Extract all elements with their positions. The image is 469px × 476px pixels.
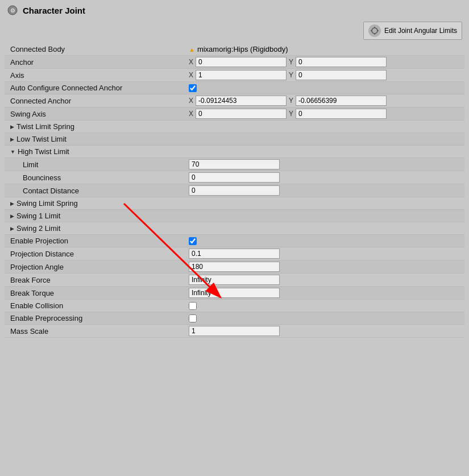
- projection-angle-label: Projection Angle: [7, 263, 189, 271]
- axis-y-label: Y: [289, 71, 293, 79]
- bounciness-row: Bounciness: [5, 171, 464, 184]
- svg-point-2: [372, 28, 377, 34]
- axis-value-col: X Y: [189, 70, 462, 80]
- twist-limit-spring-arrow: ▶: [10, 124, 14, 130]
- anchor-value-col: X Y: [189, 57, 462, 67]
- swing-2-limit-label[interactable]: ▶ Swing 2 Limit: [7, 224, 189, 233]
- low-twist-limit-label[interactable]: ▶ Low Twist Limit: [7, 135, 189, 143]
- enable-projection-label: Enable Projection: [7, 237, 189, 245]
- break-torque-input[interactable]: [189, 288, 280, 298]
- limit-input[interactable]: [189, 159, 280, 169]
- limit-label: Limit: [7, 160, 189, 169]
- mass-scale-input[interactable]: [189, 326, 280, 336]
- connected-anchor-row: Connected Anchor X Y: [5, 94, 464, 107]
- axis-x-input[interactable]: [196, 70, 287, 80]
- swing-2-limit-arrow: ▶: [10, 226, 14, 231]
- high-twist-limit-row: ▼ High Twist Limit: [5, 146, 464, 158]
- swing-limit-spring-label[interactable]: ▶ Swing Limit Spring: [7, 199, 189, 208]
- twist-limit-spring-row: ▶ Twist Limit Spring: [5, 121, 464, 133]
- axis-label: Axis: [7, 71, 189, 80]
- swing-limit-spring-row: ▶ Swing Limit Spring: [5, 197, 464, 210]
- swing-axis-x-group: X: [189, 109, 287, 119]
- enable-collision-label: Enable Collision: [7, 301, 189, 310]
- swing-axis-value-col: X Y: [189, 109, 462, 119]
- component-title: Character Joint: [23, 6, 85, 15]
- swing-1-limit-label[interactable]: ▶ Swing 1 Limit: [7, 212, 189, 220]
- connected-anchor-y-input[interactable]: [296, 96, 387, 106]
- component-icon: ⚙: [7, 5, 18, 16]
- low-twist-limit-row: ▶ Low Twist Limit: [5, 133, 464, 146]
- connected-anchor-x-input[interactable]: [196, 96, 287, 106]
- enable-collision-value-col: [189, 302, 462, 310]
- limit-value-col: [189, 159, 462, 169]
- anchor-y-input[interactable]: [296, 57, 387, 67]
- connected-anchor-y-group: Y: [289, 96, 387, 106]
- projection-angle-row: Projection Angle: [5, 260, 464, 274]
- top-bar: Edit Joint Angular Limits: [5, 22, 464, 40]
- mass-scale-label: Mass Scale: [7, 327, 189, 336]
- enable-projection-row: Enable Projection: [5, 235, 464, 247]
- projection-distance-input[interactable]: [189, 249, 280, 259]
- enable-preprocessing-checkbox[interactable]: [189, 314, 197, 322]
- contact-distance-row: Contact Distance: [5, 184, 464, 197]
- twist-limit-spring-label[interactable]: ▶ Twist Limit Spring: [7, 122, 189, 131]
- swing-1-limit-row: ▶ Swing 1 Limit: [5, 210, 464, 222]
- mass-scale-value-col: [189, 326, 462, 336]
- break-force-input[interactable]: [189, 275, 280, 285]
- swing-axis-y-input[interactable]: [296, 109, 387, 119]
- anchor-row: Anchor X Y: [5, 56, 464, 69]
- break-torque-label: Break Torque: [7, 289, 189, 297]
- axis-x-group: X: [189, 70, 287, 80]
- break-torque-row: Break Torque: [5, 287, 464, 300]
- bounciness-value-col: [189, 172, 462, 183]
- axis-y-input[interactable]: [296, 70, 387, 80]
- swing-2-limit-row: ▶ Swing 2 Limit: [5, 222, 464, 235]
- anchor-x-input[interactable]: [196, 57, 287, 67]
- axis-row: Axis X Y: [5, 69, 464, 82]
- contact-distance-input[interactable]: [189, 185, 280, 196]
- connected-anchor-x-label: X: [189, 97, 193, 105]
- swing-axis-label: Swing Axis: [7, 110, 189, 118]
- anchor-x-label: X: [189, 58, 193, 66]
- component-header: ⚙ Character Joint: [5, 5, 464, 16]
- bounciness-label: Bounciness: [7, 173, 189, 182]
- projection-distance-row: Projection Distance: [5, 247, 464, 260]
- anchor-label: Anchor: [7, 58, 189, 67]
- auto-configure-checkbox[interactable]: [189, 84, 197, 92]
- break-force-row: Break Force: [5, 274, 464, 287]
- axis-x-label: X: [189, 71, 193, 79]
- connected-anchor-label: Connected Anchor: [7, 97, 189, 105]
- rigidbody-icon: ▲: [189, 46, 195, 53]
- high-twist-limit-arrow: ▼: [10, 149, 15, 155]
- projection-angle-value-col: [189, 262, 462, 272]
- svg-text:⚙: ⚙: [10, 7, 15, 14]
- projection-distance-value-col: [189, 249, 462, 259]
- edit-joint-button[interactable]: Edit Joint Angular Limits: [363, 22, 462, 40]
- break-force-label: Break Force: [7, 276, 189, 284]
- bounciness-input[interactable]: [189, 172, 280, 183]
- mass-scale-row: Mass Scale: [5, 325, 464, 338]
- enable-preprocessing-row: Enable Preprocessing: [5, 312, 464, 325]
- swing-axis-x-label: X: [189, 110, 193, 118]
- swing-axis-y-group: Y: [289, 109, 387, 119]
- enable-projection-checkbox[interactable]: [189, 237, 197, 245]
- high-twist-limit-label[interactable]: ▼ High Twist Limit: [7, 147, 189, 156]
- connected-body-display: ▲ mixamorig:Hips (Rigidbody): [189, 45, 288, 53]
- swing-limit-spring-arrow: ▶: [10, 201, 14, 206]
- swing-1-limit-arrow: ▶: [10, 213, 14, 219]
- enable-collision-checkbox[interactable]: [189, 302, 197, 310]
- auto-configure-value-col: [189, 84, 462, 92]
- swing-axis-y-label: Y: [289, 110, 293, 118]
- swing-axis-x-input[interactable]: [196, 109, 287, 119]
- break-force-value-col: [189, 275, 462, 285]
- anchor-y-label: Y: [289, 58, 293, 66]
- anchor-x-group: X: [189, 57, 287, 67]
- low-twist-limit-arrow: ▶: [10, 136, 14, 142]
- auto-configure-row: Auto Configure Connected Anchor: [5, 82, 464, 94]
- enable-collision-row: Enable Collision: [5, 300, 464, 312]
- connected-body-value: mixamorig:Hips (Rigidbody): [197, 45, 288, 53]
- enable-projection-value-col: [189, 237, 462, 245]
- projection-angle-input[interactable]: [189, 262, 280, 272]
- projection-distance-label: Projection Distance: [7, 250, 189, 258]
- limit-row: Limit: [5, 158, 464, 171]
